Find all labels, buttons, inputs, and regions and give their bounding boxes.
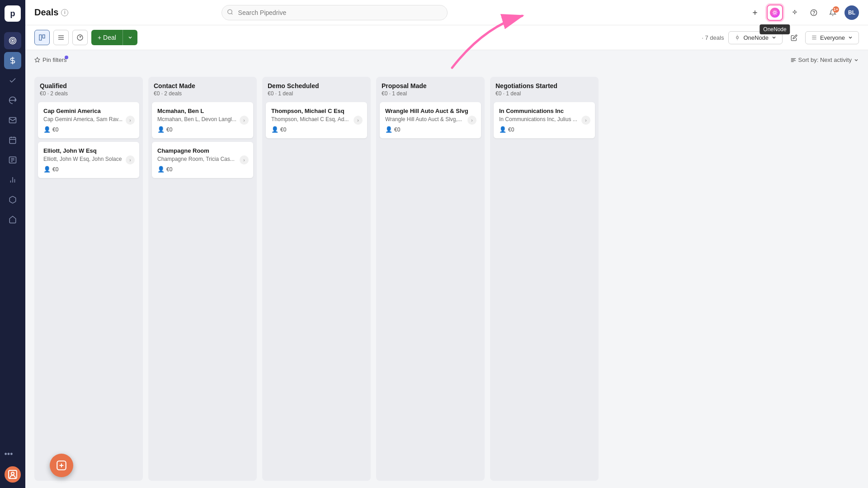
sidebar-item-marketplace[interactable]	[4, 211, 21, 228]
sidebar-item-more[interactable]: •••	[0, 446, 17, 463]
column-contact-made: Contact Made €0 · 2 deals Mcmahan, Ben L…	[148, 77, 257, 481]
svg-point-22	[774, 11, 776, 14]
sidebar-item-campaigns[interactable]	[4, 92, 21, 109]
add-deal-main[interactable]: + Deal	[91, 30, 123, 45]
list-view-button[interactable]	[53, 30, 69, 45]
sidebar-item-mail[interactable]	[4, 112, 21, 129]
card-arrow[interactable]: ›	[467, 116, 476, 125]
add-deal-dropdown[interactable]	[123, 30, 137, 45]
add-deal-button[interactable]: + Deal	[91, 30, 137, 45]
widget-area	[50, 454, 73, 477]
filter-sort-bar: Pin filters Sort by: Next activity	[25, 50, 868, 70]
column-header-proposal-made: Proposal Made €0 · 1 deal	[380, 82, 481, 99]
user-avatar[interactable]: BL	[844, 5, 859, 20]
onenode-icon	[770, 8, 780, 18]
sidebar: p •••	[0, 0, 25, 488]
column-qualified: Qualified €0 · 2 deals Cap Gemini Americ…	[34, 77, 143, 481]
column-header-qualified: Qualified €0 · 2 deals	[38, 82, 139, 99]
notifications-button[interactable]: 1+	[826, 5, 840, 20]
deal-card[interactable]: Thompson, Michael C Esq Thompson, Michae…	[266, 102, 367, 138]
column-header-negotiations: Negotiations Started €0 · 1 deal	[494, 82, 595, 99]
svg-rect-5	[9, 137, 16, 144]
column-header-contact-made: Contact Made €0 · 2 deals	[152, 82, 253, 99]
person-icon: 👤	[43, 166, 51, 173]
page-title: Deals i	[34, 7, 68, 18]
column-demo-scheduled: Demo Scheduled €0 · 1 deal Thompson, Mic…	[262, 77, 371, 481]
deal-card[interactable]: Cap Gemini America Cap Gemini America, S…	[38, 102, 139, 138]
deal-card[interactable]: Elliott, John W Esq Elliott, John W Esq,…	[38, 142, 139, 178]
card-arrow[interactable]: ›	[240, 155, 249, 164]
onenode-tooltip: OneNode	[760, 24, 790, 34]
kanban-view-button[interactable]	[34, 30, 50, 45]
forecast-view-button[interactable]	[72, 30, 88, 45]
deal-card[interactable]: Wrangle Hill Auto Auct & Slvg Wrangle Hi…	[380, 102, 481, 138]
column-meta-qualified: €0 · 2 deals	[40, 90, 137, 97]
header-actions: OneNode 1+ BL	[748, 5, 859, 21]
sort-button[interactable]: Sort by: Next activity	[798, 56, 859, 63]
svg-rect-4	[9, 117, 16, 123]
column-meta-negotiations: €0 · 1 deal	[495, 90, 593, 97]
column-title-negotiations: Negotiations Started	[495, 82, 593, 89]
deal-card[interactable]: Mcmahan, Ben L Mcmahan, Ben L, Devon Lan…	[152, 102, 253, 138]
sidebar-item-deals[interactable]	[4, 52, 21, 69]
deal-card[interactable]: In Communications Inc In Communications …	[494, 102, 595, 138]
column-negotiations-started: Negotiations Started €0 · 1 deal In Comm…	[490, 77, 599, 481]
notification-badge: 1+	[833, 6, 839, 13]
card-arrow[interactable]: ›	[354, 116, 363, 125]
person-icon: 👤	[157, 166, 165, 173]
sidebar-item-contacts[interactable]	[4, 151, 21, 169]
add-button[interactable]	[748, 5, 762, 20]
person-icon: 👤	[271, 126, 278, 133]
toolbar: + Deal · 7 deals OneNode Everyone	[25, 25, 868, 50]
person-icon: 👤	[385, 126, 392, 133]
card-arrow[interactable]: ›	[240, 116, 249, 125]
column-title-demo-scheduled: Demo Scheduled	[268, 82, 365, 89]
column-meta-demo-scheduled: €0 · 1 deal	[268, 90, 365, 97]
svg-rect-26	[42, 35, 45, 38]
onenode-button[interactable]	[767, 5, 783, 21]
pin-dot	[65, 56, 68, 59]
svg-point-18	[227, 9, 231, 14]
search-icon	[227, 9, 233, 16]
sidebar-item-reports[interactable]	[4, 171, 21, 188]
column-meta-proposal-made: €0 · 1 deal	[382, 90, 479, 97]
main-content: Deals i OneNode	[25, 0, 868, 488]
column-title-contact-made: Contact Made	[154, 82, 251, 89]
sidebar-item-calendar[interactable]	[4, 131, 21, 149]
info-icon[interactable]: i	[61, 9, 68, 16]
column-proposal-made: Proposal Made €0 · 1 deal Wrangle Hill A…	[376, 77, 485, 481]
bottom-widget-button[interactable]	[50, 454, 73, 477]
pin-filters[interactable]: Pin filters	[34, 53, 66, 67]
card-arrow[interactable]: ›	[126, 116, 135, 125]
sidebar-item-target[interactable]	[4, 32, 21, 49]
svg-line-19	[231, 13, 232, 14]
sidebar-item-activities[interactable]	[4, 72, 21, 89]
svg-point-1	[11, 39, 15, 43]
column-title-proposal-made: Proposal Made	[382, 82, 479, 89]
kanban-board: Qualified €0 · 2 deals Cap Gemini Americ…	[25, 70, 868, 488]
column-meta-contact-made: €0 · 2 deals	[154, 90, 251, 97]
column-header-demo-scheduled: Demo Scheduled €0 · 1 deal	[266, 82, 367, 99]
deal-card[interactable]: Champagne Room Champagne Room, Tricia Ca…	[152, 142, 253, 178]
person-icon: 👤	[43, 126, 51, 133]
svg-point-17	[11, 472, 14, 475]
person-icon: 👤	[157, 126, 165, 133]
person-icon: 👤	[499, 126, 506, 133]
search-input[interactable]	[222, 5, 448, 20]
everyone-filter-button[interactable]: Everyone	[805, 31, 859, 44]
header: Deals i OneNode	[25, 0, 868, 25]
svg-point-31	[736, 37, 739, 39]
sort-section: Sort by: Next activity	[790, 56, 859, 63]
app-logo[interactable]: p	[5, 5, 21, 22]
sidebar-item-products[interactable]	[4, 191, 21, 208]
deals-count: · 7 deals	[702, 34, 724, 41]
help-button[interactable]	[807, 5, 821, 20]
column-title-qualified: Qualified	[40, 82, 137, 89]
sidebar-avatar[interactable]	[5, 466, 21, 483]
sparkle-button[interactable]	[788, 5, 802, 20]
search-bar	[222, 5, 448, 20]
card-arrow[interactable]: ›	[126, 155, 135, 164]
svg-point-2	[12, 40, 14, 42]
onenode-container: OneNode	[767, 5, 783, 21]
card-arrow[interactable]: ›	[581, 116, 590, 125]
